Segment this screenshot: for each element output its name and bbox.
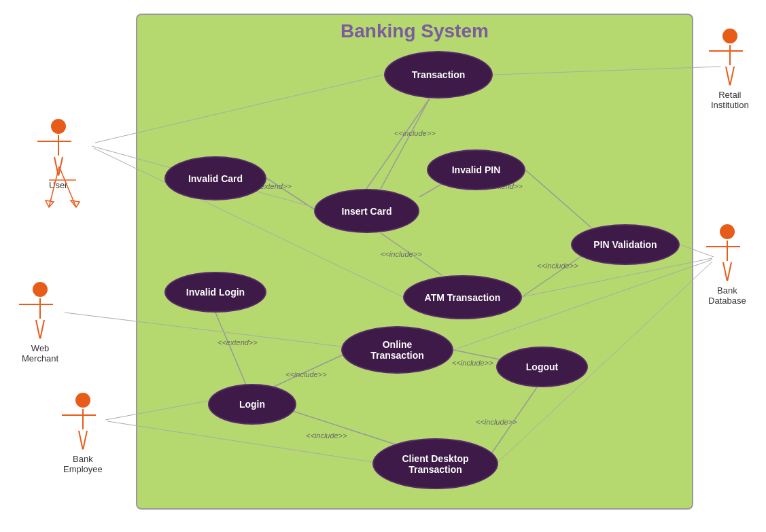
actor-web-merchant-label: WebMerchant — [22, 343, 58, 363]
actor-bank-employee-label: BankEmployee — [63, 454, 103, 474]
use-case-logout[interactable]: Logout — [496, 347, 588, 387]
actor-retail-institution-head — [723, 29, 737, 43]
actor-web-merchant: WebMerchant — [22, 282, 58, 363]
inheritance-arrows — [42, 166, 97, 221]
use-case-invalid-card[interactable]: Invalid Card — [164, 156, 266, 200]
actor-web-merchant-figure — [33, 282, 48, 339]
actor-retail-institution-label: RetailInstitution — [711, 90, 749, 110]
actor-web-merchant-head — [33, 282, 48, 297]
actor-bank-database-label: BankDatabase — [708, 285, 746, 306]
use-case-online-transaction[interactable]: Online Transaction — [341, 326, 453, 374]
actor-user: User — [49, 119, 67, 190]
use-case-pin-validation[interactable]: PIN Validation — [571, 224, 680, 265]
actor-retail-institution: RetailInstitution — [711, 29, 749, 110]
actor-retail-institution-figure — [723, 29, 737, 86]
actor-bank-database-head — [720, 224, 735, 239]
actor-bank-database-figure — [720, 224, 735, 281]
use-case-client-desktop[interactable]: Client Desktop Transaction — [372, 438, 498, 489]
actor-bank-database: BankDatabase — [708, 224, 746, 306]
actor-bank-employee-figure — [75, 393, 90, 450]
use-case-invalid-pin[interactable]: Invalid PIN — [427, 149, 525, 190]
actor-user-head — [51, 119, 66, 134]
use-case-transaction[interactable]: Transaction — [384, 51, 493, 99]
use-case-login[interactable]: Login — [208, 384, 296, 425]
system-title: Banking System — [136, 14, 693, 42]
use-case-invalid-login[interactable]: Invalid Login — [164, 272, 266, 313]
use-case-atm-transaction[interactable]: ATM Transaction — [403, 275, 522, 319]
use-case-insert-card[interactable]: Insert Card — [314, 189, 419, 233]
actor-bank-employee-head — [75, 393, 90, 408]
diagram-container: Banking System — [0, 0, 766, 532]
actor-bank-employee: BankEmployee — [63, 393, 103, 474]
